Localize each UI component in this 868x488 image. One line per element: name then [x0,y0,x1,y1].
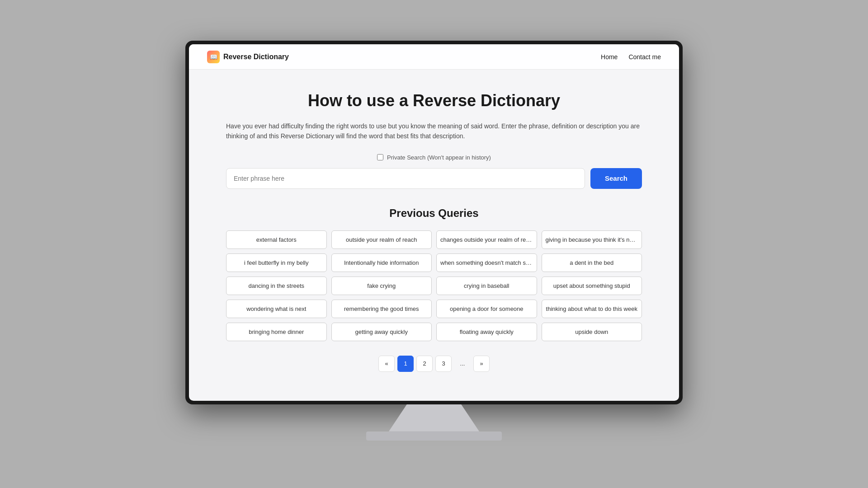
pagination-dots: ... [454,356,471,372]
brand-icon: 📖 [207,51,220,63]
private-search-row: Private Search (Won't appear in history) [226,154,642,161]
query-item[interactable]: outside your realm of reach [331,230,432,249]
private-search-label: Private Search (Won't appear in history) [387,154,491,161]
navbar: 📖 Reverse Dictionary Home Contact me [189,44,679,70]
screen: 📖 Reverse Dictionary Home Contact me How… [189,44,679,401]
search-row: Search [226,168,642,189]
query-item[interactable]: i feel butterfly in my belly [226,253,327,272]
query-item[interactable]: bringing home dinner [226,323,327,341]
page-3-button[interactable]: 3 [435,356,452,372]
query-item[interactable]: when something doesn't match so... [436,253,537,272]
search-button[interactable]: Search [590,168,642,189]
monitor: 📖 Reverse Dictionary Home Contact me How… [185,41,683,404]
query-item[interactable]: giving in because you think it's no u... [542,230,642,249]
query-item[interactable]: changes outside your realm of reach [436,230,537,249]
query-item[interactable]: remembering the good times [331,300,432,318]
query-item[interactable]: fake crying [331,277,432,295]
query-item[interactable]: external factors [226,230,327,249]
query-item[interactable]: getting away quickly [331,323,432,341]
query-item[interactable]: thinking about what to do this week [542,300,642,318]
query-item[interactable]: Intentionally hide information [331,253,432,272]
monitor-base [366,432,502,441]
query-item[interactable]: wondering what is next [226,300,327,318]
search-input[interactable] [226,168,585,189]
page-title: How to use a Reverse Dictionary [226,91,642,110]
query-item[interactable]: floating away quickly [436,323,537,341]
query-item[interactable]: dancing in the streets [226,277,327,295]
page-1-button[interactable]: 1 [397,356,414,372]
main-content: How to use a Reverse Dictionary Have you… [208,70,660,401]
page-prev-button[interactable]: « [378,356,395,372]
nav-contact[interactable]: Contact me [628,53,661,61]
description: Have you ever had difficulty finding the… [226,121,642,141]
monitor-stand [389,404,479,432]
query-item[interactable]: crying in baseball [436,277,537,295]
previous-queries-title: Previous Queries [226,207,642,220]
page-next-button[interactable]: » [473,356,490,372]
brand-name: Reverse Dictionary [223,53,289,61]
queries-grid: external factorsoutside your realm of re… [226,230,642,341]
page-2-button[interactable]: 2 [416,356,433,372]
brand: 📖 Reverse Dictionary [207,51,289,63]
query-item[interactable]: upset about something stupid [542,277,642,295]
query-item[interactable]: opening a door for someone [436,300,537,318]
private-search-checkbox[interactable] [377,154,383,160]
query-item[interactable]: upside down [542,323,642,341]
query-item[interactable]: a dent in the bed [542,253,642,272]
nav-links: Home Contact me [601,53,661,61]
pagination: « 1 2 3 ... » [226,356,642,383]
nav-home[interactable]: Home [601,53,618,61]
